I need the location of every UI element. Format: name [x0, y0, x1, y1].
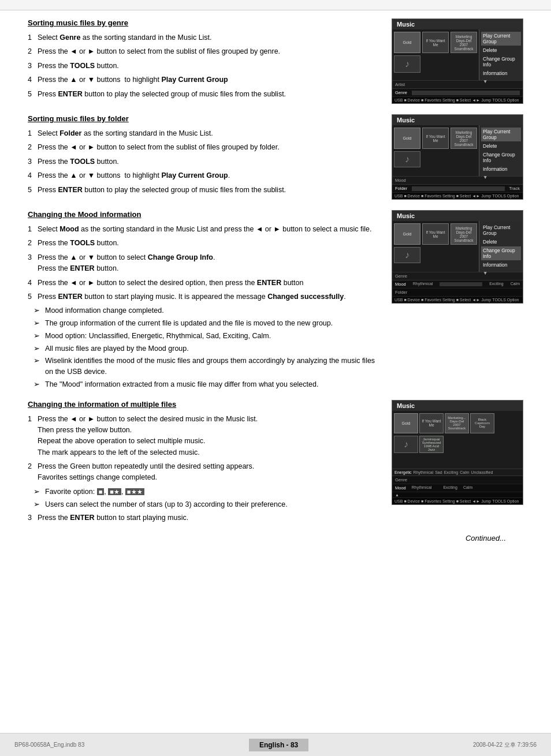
album-row-f2: ♪ — [394, 151, 477, 167]
step-item: 1 Press the ◄ or ► button to select the … — [28, 414, 382, 459]
step-text: Press the ◄ or ► button to select the de… — [38, 414, 258, 459]
arrow-sym: ➢ — [33, 331, 42, 342]
album-thumb-mu6: Jamiroquai Synthesized 1998 Acid Jazz — [419, 436, 444, 453]
music-ui-folder: Music Gold If You Want Me Marketing Days… — [392, 114, 523, 200]
album-thumb-mu5: ♪ — [394, 436, 418, 453]
step-item: 3 Press the TOOLS button. — [28, 61, 382, 72]
album-area-4: Gold If You Want Me Marketing... Days-De… — [392, 411, 523, 469]
arrow-text: The group information of the current fil… — [45, 318, 333, 329]
step-num: 1 — [28, 414, 33, 459]
step-item: 2 Press the ◄ or ► button to select from… — [28, 142, 382, 153]
fav-arrow-row-2: ➢ Users can select the number of stars (… — [33, 499, 382, 510]
section-mood-text: Changing the Mood information 1 Select M… — [28, 210, 382, 392]
step-item: 1 Select Folder as the sorting standard … — [28, 128, 382, 139]
arrow-text: Mood information change completed. — [45, 305, 164, 316]
music-ui-mood: Music Gold If You Want Me Marketing Days… — [392, 210, 523, 304]
album-thumb-mu2: If You Want Me — [419, 413, 444, 433]
step-item: 1 Select Mood as the sorting standard in… — [28, 224, 382, 235]
section-multiple-title: Changing the information of multiple fil… — [28, 400, 382, 409]
menu-play-m: Play Current Group — [481, 223, 521, 237]
step-item: 5 Press ENTER button to start playing mu… — [28, 291, 382, 302]
genre-row-mu: Genre — [392, 476, 523, 484]
album-thumb: Gold — [394, 32, 420, 53]
step-text: Press ENTER button to start playing musi… — [38, 291, 346, 302]
menu-info-m: Information — [481, 261, 521, 269]
album-thumb-mu3: Marketing... Days-Del 2007 Soundtrack — [445, 413, 469, 433]
multiple-steps: 1 Press the ◄ or ► button to select the … — [28, 414, 382, 484]
artist-label: Artist — [395, 82, 405, 87]
album-music-icon-m: ♪ — [394, 247, 420, 263]
arrow-row: ➢ Mood information change completed. — [33, 305, 382, 316]
arrow-text: Wiselink identifies the mood of the musi… — [45, 355, 382, 377]
album-thumb-f1: Gold — [394, 128, 420, 149]
section-genre-title: Sorting music files by genre — [28, 18, 382, 27]
step-text: Select Mood as the sorting standard in t… — [38, 224, 371, 235]
step-num: 2 — [28, 142, 33, 153]
menu-arrow-f: ▼ — [481, 173, 521, 181]
step-item: 4 Press the ◄ or ► button to select the … — [28, 278, 382, 289]
step-num: 4 — [28, 74, 33, 85]
step-text: Press the ▲ or ▼ button to select Change… — [38, 252, 215, 275]
folder-label-row: Folder Track — [392, 184, 523, 192]
arrow-text: Mood option: Unclassified, Energetic, Rh… — [45, 331, 271, 342]
arrow-sym: ➢ — [33, 355, 42, 377]
main-content: Sorting music files by genre 1 Select Ge… — [0, 10, 551, 553]
step-item: 2 Press the Green button repeatedly unti… — [28, 461, 382, 484]
fav-arrow-row-1: ➢ Favorite option: ■, ■★, ■★★ — [33, 486, 382, 497]
continued-text: Continued... — [28, 534, 523, 542]
step-text: Press the ▲ or ▼ buttons to highlight Pl… — [38, 74, 228, 85]
step-num: 5 — [28, 89, 33, 100]
step-item: 3 Press the ENTER button to start playin… — [28, 512, 382, 523]
step-text: Press the TOOLS button. — [38, 156, 119, 167]
album-thumb-m1: Gold — [394, 223, 420, 245]
step-num: 2 — [28, 46, 33, 57]
arrow-sym: ➢ — [33, 318, 42, 329]
step-text: Press the ◄ or ► button to select from t… — [38, 46, 280, 57]
arrow-sym: ➢ — [33, 343, 42, 354]
folder-row-m: Folder — [392, 288, 523, 296]
step-item: 2 Press the ◄ or ► button to select from… — [28, 46, 382, 57]
menu-panel-f: Play Current Group Delete Change Group I… — [479, 125, 523, 176]
genre-steps: 1 Select Genre as the sorting standard i… — [28, 32, 382, 100]
section-genre-text: Sorting music files by genre 1 Select Ge… — [28, 18, 382, 103]
album-thumb: Marketing Days-Del 2007 Soundtrack — [451, 32, 477, 53]
album-row-1: Gold If You Want Me Marketing Days-Del 2… — [394, 32, 477, 53]
step-num: 1 — [28, 224, 33, 235]
album-thumb-f2: If You Want Me — [422, 128, 449, 149]
fav-arrow-text: Favorite option: ■, ■★, ■★★ — [45, 486, 144, 497]
step-text: Press the ◄ or ► button to select the de… — [38, 278, 303, 289]
section-genre: Sorting music files by genre 1 Select Ge… — [28, 18, 523, 104]
folder-steps: 1 Select Folder as the sorting standard … — [28, 128, 382, 196]
mood-arrows: ➢ Mood information change completed. ➢ T… — [33, 305, 382, 390]
step-num: 2 — [28, 238, 33, 249]
album-row-mu1: Gold If You Want Me Marketing... Days-De… — [394, 413, 521, 433]
album-thumb: If You Want Me — [422, 32, 449, 53]
menu-information: Information — [481, 69, 521, 77]
section-folder-title: Sorting music files by folder — [28, 114, 382, 123]
step-text: Select Folder as the sorting standard in… — [38, 128, 213, 139]
energetic-bar-mu: Energetic Rhythmical Sad Exciting Calm U… — [392, 469, 523, 476]
arrow-sym: ➢ — [33, 379, 42, 390]
usb-bar-folder: USB■ Device■ Favorites Setting■ Select◄►… — [392, 192, 523, 199]
step-num: 4 — [28, 170, 33, 181]
section-folder-text: Sorting music files by folder 1 Select F… — [28, 114, 382, 199]
arrow-text: All music files are played by the Mood g… — [45, 343, 189, 354]
music-ui-body-4: Gold If You Want Me Marketing... Days-De… — [392, 411, 523, 469]
menu-arrow-down: ▼ — [481, 77, 521, 85]
step-num: 2 — [28, 461, 33, 484]
step-num: 4 — [28, 278, 33, 289]
arrow-sym: ➢ — [33, 305, 42, 316]
step-item: 4 Press the ▲ or ▼ buttons to highlight … — [28, 170, 382, 181]
step-text: Press ENTER button to play the selected … — [38, 185, 286, 196]
arrow-row: ➢ Mood option: Unclassified, Energetic, … — [33, 331, 382, 342]
arrow-row: ➢ The "Mood" information extracted from … — [33, 379, 382, 390]
album-row-m2: ♪ — [394, 247, 477, 263]
album-thumb-mu4: Black Capricorn Day — [470, 413, 494, 433]
menu-change-group: Change Group Info — [481, 55, 521, 69]
section-folder: Sorting music files by folder 1 Select F… — [28, 114, 523, 200]
album-row-f1: Gold If You Want Me Marketing Days-Del 2… — [394, 128, 477, 149]
step-item: 5 Press ENTER button to play the selecte… — [28, 89, 382, 100]
fav-arrows: ➢ Favorite option: ■, ■★, ■★★ ➢ Users ca… — [33, 486, 382, 510]
genre-slider — [412, 91, 520, 95]
music-ui-multi: Music Gold If You Want Me Marketing... D… — [392, 400, 523, 505]
